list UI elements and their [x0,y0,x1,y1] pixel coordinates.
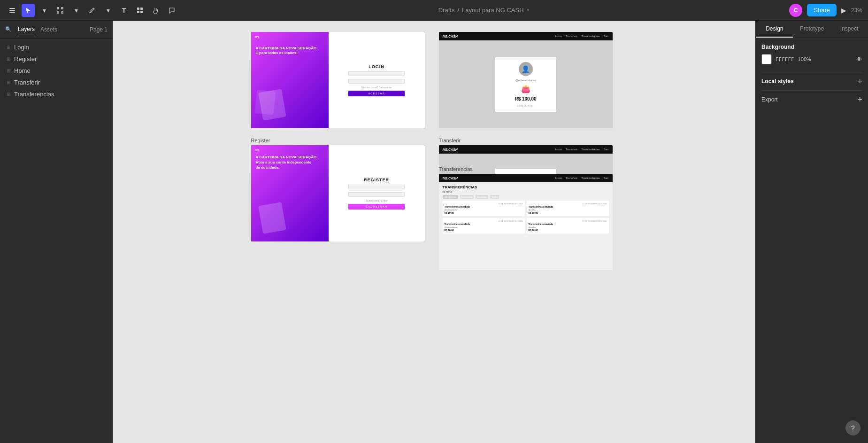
register-submit-btn[interactable]: CADASTRAR [348,204,405,210]
tc-type-1: Transferência enviada [529,205,607,208]
svg-rect-1 [9,10,15,11]
breadcrumb-drafts[interactable]: Drafts [438,7,455,14]
frame-tool-dropdown[interactable]: ▾ [69,4,83,17]
login-password-input[interactable] [348,79,405,84]
date-chip[interactable]: 19/11/2022 [443,195,458,199]
hand-tool[interactable] [149,4,162,17]
layer-name-transferir: Transferir [14,79,40,86]
tc-amount-3: R$ 10,00 [529,229,607,232]
svg-rect-7 [137,8,139,10]
local-styles-add-icon[interactable]: + [857,77,862,85]
pen-tool[interactable] [85,4,99,17]
zoom-level[interactable]: 23% [851,7,862,14]
home-logo: NG.CASH [443,35,458,38]
visibility-toggle-icon[interactable]: 👁 [856,56,862,63]
login-submit-btn[interactable]: ACESSAR [348,91,405,96]
frame-register[interactable]: NG. A CARTEIRA DA NOVA GERAÇÃO. Abra a s… [251,145,425,241]
tab-prototype[interactable]: Prototype [793,21,831,38]
main-menu-icon[interactable] [6,4,19,17]
transferir-nav-transferir[interactable]: Transferir [566,148,577,151]
frame-home[interactable]: NG.CASH Início Transferir Transferências… [439,32,613,128]
layer-name-login: Login [14,44,29,51]
svg-rect-10 [140,11,143,13]
trans-nav-inicio[interactable]: Início [555,177,562,179]
frame-tool[interactable] [54,4,67,17]
move-tool[interactable] [22,4,35,17]
comment-tool[interactable] [165,4,178,17]
frame-label-register: Register [251,138,430,143]
layer-item-transferencias[interactable]: ⊞ Transferencias [0,88,112,100]
tab-inspect[interactable]: Inspect [830,21,868,38]
export-add-icon[interactable]: + [857,95,862,104]
page-label[interactable]: Page 1 [90,26,108,33]
home-nav-sair[interactable]: Sair [604,35,609,38]
tc-user-3: @cunha [529,226,607,228]
svg-rect-4 [61,8,63,9]
topbar-center: Drafts / Layout para NG.CASH ▾ [438,7,530,14]
export-label: Export [761,96,778,103]
register-right-side: REGISTER Já tem conta? Entrar CADASTRAR [329,145,425,241]
tc-type-0: Transferência recebida [445,205,523,208]
tab-assets[interactable]: Assets [40,25,57,34]
background-opacity[interactable]: 100% [798,56,811,62]
tc-date-2: 19 DE NOVEMBRO DE 2022 [445,220,523,222]
components-tool[interactable] [133,4,146,17]
svg-rect-0 [9,8,15,9]
frame-login[interactable]: NG. A CARTEIRA DA NOVA GERAÇÃO. É para t… [251,32,425,128]
frame-transferencias[interactable]: NG.CASH Início Transferir Transferências… [439,174,613,270]
frame-wrapper-home: NG.CASH Início Transferir Transferências… [439,30,617,128]
transferencias-nav: NG.CASH Início Transferir Transferências… [439,174,613,182]
filter-recebidas[interactable]: Recebidas [460,195,474,199]
canvas[interactable]: NG. A CARTEIRA DA NOVA GERAÇÃO. É para t… [113,21,755,443]
filter-todas[interactable]: Todas [490,195,499,199]
login-register-link[interactable]: Não tem conta? Cadastre-se [361,86,392,89]
transferencias-content: TRANSFERÊNCIAS FILTROS 19/11/2022 Recebi… [439,182,613,270]
tab-design[interactable]: Design [756,21,793,38]
layer-name-home: Home [14,67,31,74]
layer-item-login[interactable]: ⊞ Login [0,41,112,53]
trans-nav-transferir[interactable]: Transferir [566,177,577,179]
register-password-input[interactable] [348,192,405,197]
home-nav-transferencias[interactable]: Transferências [581,35,599,38]
trans-nav-sair[interactable]: Sair [604,177,609,179]
avatar: C [789,4,802,17]
project-dropdown-icon[interactable]: ▾ [527,7,530,13]
layer-grid-icon-2: ⊞ [7,56,10,62]
play-button[interactable]: ▶ [841,7,846,14]
transferir-nav-inicio[interactable]: Início [555,148,562,151]
svg-rect-8 [140,8,143,10]
tab-layers[interactable]: Layers [18,24,35,34]
register-login-link[interactable]: Já tem conta? Entrar [366,199,387,202]
layers-search-icon[interactable]: 🔍 [5,26,12,33]
login-logo: NG. [255,36,260,39]
layers-list: ⊞ Login ⊞ Register ⊞ Home ⊞ Transferir ⊞… [0,39,112,443]
tc-user-2: @edersonlucas [445,226,523,228]
help-button[interactable]: ? [845,420,860,435]
home-nav-inicio[interactable]: Início [555,35,562,38]
home-username: @eldersonlucas [515,79,536,82]
tc-amount-0: R$ 10,00 [445,211,523,214]
login-username-input[interactable] [348,71,405,76]
share-button[interactable]: Share [807,4,837,16]
background-label: Background [761,44,794,50]
transferir-nav-transferencias[interactable]: Transferências [581,148,599,151]
move-tool-dropdown[interactable]: ▾ [38,4,51,17]
text-tool[interactable]: T [117,4,131,17]
trans-nav-transferencias[interactable]: Transferências [581,177,599,179]
layer-item-home[interactable]: ⊞ Home [0,65,112,77]
transferir-nav-sair[interactable]: Sair [604,148,609,151]
register-username-input[interactable] [348,185,405,189]
login-left-side: NG. A CARTEIRA DA NOVA GERAÇÃO. É para t… [251,32,329,128]
breadcrumb-project: Layout para NG.CASH [462,7,524,14]
background-color-hex[interactable]: FFFFFF [776,56,794,62]
home-nav-transferir[interactable]: Transferir [566,35,577,38]
background-color-swatch[interactable] [761,54,772,64]
frame-label-transferencias: Transferencias [439,166,613,172]
layer-item-register[interactable]: ⊞ Register [0,53,112,65]
layer-item-transferir[interactable]: ⊞ Transferir [0,77,112,88]
home-nav: NG.CASH Início Transferir Transferências… [439,32,613,40]
pen-tool-dropdown[interactable]: ▾ [101,4,115,17]
svg-rect-6 [61,12,63,13]
filter-enviadas[interactable]: Enviadas [476,195,488,199]
background-row: FFFFFF 100% 👁 [761,54,862,64]
